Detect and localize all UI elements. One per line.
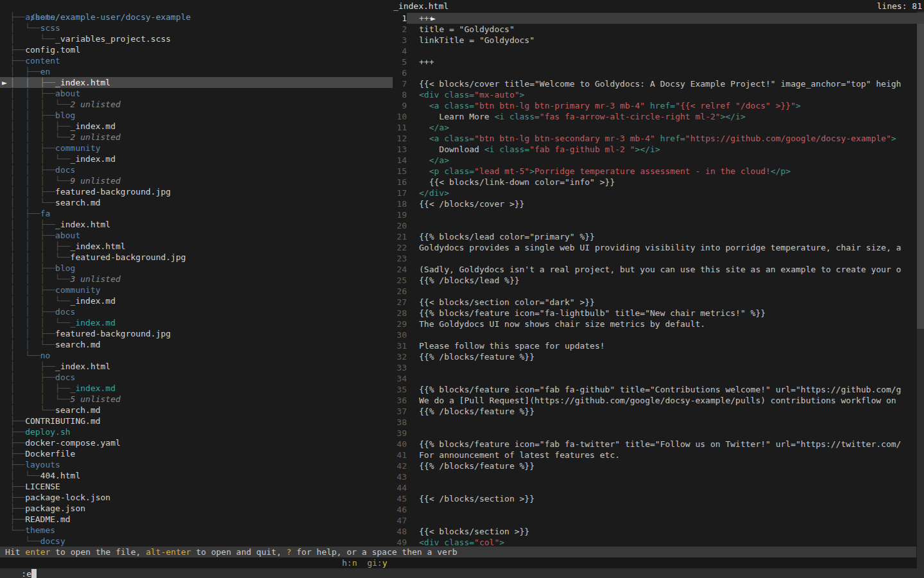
tree-item-_index.html[interactable]: │ │ │ ├──_index.html bbox=[0, 241, 393, 252]
tree-item-about[interactable]: │ │ ├──about bbox=[0, 230, 393, 241]
preview-line-45[interactable]: 45{{< /blocks/section >}} bbox=[388, 493, 924, 504]
preview-line-25[interactable]: 25{{% /blocks/lead %}} bbox=[388, 275, 924, 286]
preview-line-13[interactable]: 13 Download <i class="fab fa-github ml-2… bbox=[388, 144, 924, 155]
preview-line-26[interactable]: 26 bbox=[388, 286, 924, 297]
preview-line-46[interactable]: 46 bbox=[388, 504, 924, 515]
tree-item-_index.html[interactable]: │ ├──_index.html bbox=[0, 361, 393, 372]
preview-line-16[interactable]: 16 {{< blocks/link-down color="info" >}} bbox=[388, 177, 924, 188]
tree-item-search.md[interactable]: │ │ └──search.md bbox=[0, 339, 393, 350]
tree-item-featured-background.jpg[interactable]: │ │ │ └──featured-background.jpg bbox=[0, 252, 393, 263]
tree-item-blog[interactable]: │ │ ├──blog bbox=[0, 263, 393, 274]
tree-item-package.json[interactable]: ├──package.json bbox=[0, 503, 393, 514]
tree-item-_index.md[interactable]: │ │ ├──_index.md bbox=[0, 383, 393, 394]
preview-line-24[interactable]: 24(Sadly, Goldydocs isn't a real project… bbox=[388, 264, 924, 275]
tree-item-docs[interactable]: │ │ ├──docs bbox=[0, 306, 393, 317]
tree-item-community[interactable]: │ │ ├──community bbox=[0, 285, 393, 295]
preview-line-41[interactable]: 41For announcement of latest features et… bbox=[388, 450, 924, 460]
command-input-value[interactable]: :e bbox=[21, 569, 31, 578]
tree-item-5-unlisted[interactable]: │ │ └──5 unlisted bbox=[0, 394, 393, 405]
tree-item-docker-compose.yaml[interactable]: ├──docker-compose.yaml bbox=[0, 437, 393, 448]
preview-line-39[interactable]: 39 bbox=[388, 428, 924, 439]
tree-item-docsy[interactable]: └──docsy bbox=[0, 536, 393, 547]
tree-item-license[interactable]: ├──LICENSE bbox=[0, 481, 393, 492]
tree-item-featured-background.jpg[interactable]: │ │ ├──featured-background.jpg bbox=[0, 186, 393, 197]
tree-item-2-unlisted[interactable]: │ │ │ └──2 unlisted bbox=[0, 132, 393, 143]
preview-line-2[interactable]: 2title = "Goldydocs" bbox=[388, 24, 924, 35]
preview-line-21[interactable]: 21{{% blocks/lead color="primary" %}} bbox=[388, 231, 924, 242]
preview-line-4[interactable]: 4 bbox=[388, 46, 924, 57]
preview-line-15[interactable]: 15 <p class="lead mt-5">Porridge tempera… bbox=[388, 166, 924, 177]
tree-item-en[interactable]: │ ├──en bbox=[0, 66, 393, 77]
tree-item-config.toml[interactable]: ├──config.toml bbox=[0, 44, 393, 55]
preview-line-48[interactable]: 48{{< blocks/section >}} bbox=[388, 526, 924, 537]
preview-line-10[interactable]: 10 Learn More <i class="fas fa-arrow-alt… bbox=[388, 111, 924, 122]
preview-line-35[interactable]: 35{{% blocks/feature icon="fab fa-github… bbox=[388, 384, 924, 395]
preview-line-23[interactable]: 23 bbox=[388, 253, 924, 264]
preview-line-33[interactable]: 33 bbox=[388, 362, 924, 373]
tree-item-content[interactable]: ├──content bbox=[0, 55, 393, 66]
preview-line-7[interactable]: 7{{< blocks/cover title="Welcome to Gold… bbox=[388, 78, 924, 89]
tree-item-no[interactable]: │ └──no bbox=[0, 350, 393, 361]
tree-item-deploy.sh[interactable]: ├──deploy.sh bbox=[0, 426, 393, 437]
preview-line-42[interactable]: 42{{% /blocks/feature %}} bbox=[388, 460, 924, 471]
tree-item-about[interactable]: │ │ ├──about bbox=[0, 88, 393, 99]
tree-item-3-unlisted[interactable]: │ │ │ └──3 unlisted bbox=[0, 274, 393, 285]
preview-line-34[interactable]: 34 bbox=[388, 373, 924, 384]
preview-line-3[interactable]: 3linkTitle = "Goldydocs" bbox=[388, 35, 924, 46]
tree-item-9-unlisted[interactable]: │ │ │ └──9 unlisted bbox=[0, 175, 393, 186]
preview-line-12[interactable]: 12 <a class="btn btn-lg btn-secondary mr… bbox=[388, 133, 924, 144]
tree-item-_index.html[interactable]: │ │ ├──_index.html bbox=[0, 219, 393, 230]
preview-line-29[interactable]: 29The Goldydocs UI now shows chair size … bbox=[388, 319, 924, 329]
tree-item-docs[interactable]: │ ├──docs bbox=[0, 372, 393, 383]
tree-item-_variables_project.scss[interactable]: │ └──_variables_project.scss bbox=[0, 33, 393, 44]
tree-item-package-lock.json[interactable]: ├──package-lock.json bbox=[0, 492, 393, 503]
preview-line-31[interactable]: 31Please follow this space for updates! bbox=[388, 340, 924, 351]
tree-item-readme.md[interactable]: ├──README.md bbox=[0, 514, 393, 525]
tree-item-_index.md[interactable]: │ │ │ ├──_index.md bbox=[0, 121, 393, 132]
tree-item-scss[interactable]: │ └──scss bbox=[0, 22, 393, 33]
tree-item-docs[interactable]: │ │ ├──docs bbox=[0, 164, 393, 175]
tree-item-_index.md[interactable]: │ │ │ └──_index.md bbox=[0, 295, 393, 306]
preview-line-30[interactable]: 30 bbox=[388, 329, 924, 340]
preview-line-47[interactable]: 47 bbox=[388, 515, 924, 526]
preview-line-14[interactable]: 14 </a> bbox=[388, 155, 924, 166]
tree-item-404.html[interactable]: │ └──404.html bbox=[0, 470, 393, 481]
command-input-bar[interactable]: :e h:n gi:y bbox=[0, 557, 916, 568]
tree-item-featured-background.jpg[interactable]: │ │ ├──featured-background.jpg bbox=[0, 328, 393, 339]
tree-item-blog[interactable]: │ │ ├──blog bbox=[0, 110, 393, 121]
preview-line-22[interactable]: 22Goldydocs provides a single web UI pro… bbox=[388, 242, 924, 253]
preview-line-5[interactable]: 5+++ bbox=[388, 57, 924, 67]
tree-item-assets[interactable]: ├──assets bbox=[0, 12, 393, 22]
preview-line-43[interactable]: 43 bbox=[388, 471, 924, 482]
preview-line-19[interactable]: 19 bbox=[388, 209, 924, 220]
preview-line-8[interactable]: 8<div class="mx-auto"> bbox=[388, 89, 924, 100]
preview-line-18[interactable]: 18{{< /blocks/cover >}} bbox=[388, 198, 924, 209]
tree-item-_index.md[interactable]: │ │ │ └──_index.md bbox=[0, 317, 393, 328]
preview-line-6[interactable]: 6 bbox=[388, 67, 924, 78]
tree-item-dockerfile[interactable]: ├──Dockerfile bbox=[0, 448, 393, 459]
tree-item-layouts[interactable]: ├──layouts bbox=[0, 459, 393, 470]
tree-item-search.md[interactable]: │ └──search.md bbox=[0, 405, 393, 416]
preview-line-28[interactable]: 28{{% blocks/feature icon="fa-lightbulb"… bbox=[388, 308, 924, 319]
preview-line-9[interactable]: 9 <a class="btn btn-lg btn-primary mr-3 … bbox=[388, 100, 924, 111]
preview-line-36[interactable]: 36We do a [Pull Request](https://github.… bbox=[388, 395, 924, 406]
tree-item-contributing.md[interactable]: ├──CONTRIBUTING.md bbox=[0, 416, 393, 426]
tree-item-themes[interactable]: └──themes bbox=[0, 525, 393, 536]
preview-line-38[interactable]: 38 bbox=[388, 417, 924, 428]
tree-item-community[interactable]: │ │ ├──community bbox=[0, 143, 393, 153]
tree-item-_index.md[interactable]: │ │ │ └──_index.md bbox=[0, 153, 393, 164]
tree-item-2-unlisted[interactable]: │ │ │ └──2 unlisted bbox=[0, 99, 393, 110]
preview-line-37[interactable]: 37{{% /blocks/feature %}} bbox=[388, 406, 924, 417]
preview-line-40[interactable]: 40{{% blocks/feature icon="fab fa-twitte… bbox=[388, 439, 924, 450]
preview-line-20[interactable]: 20 bbox=[388, 220, 924, 231]
preview-line-17[interactable]: 17</div> bbox=[388, 188, 924, 198]
tree-item-fa[interactable]: │ ├──fa bbox=[0, 208, 393, 219]
tree-root-path[interactable]: /home/example-user/docsy-example bbox=[0, 1, 393, 12]
preview-line-32[interactable]: 32{{% /blocks/feature %}} bbox=[388, 351, 924, 362]
preview-line-11[interactable]: 11 </a> bbox=[388, 122, 924, 133]
tree-item-search.md[interactable]: │ │ └──search.md bbox=[0, 197, 393, 208]
preview-line-1[interactable]: 1►+++ bbox=[388, 13, 924, 24]
tree-item-_index.html[interactable]: ► │ │ ├──_index.html bbox=[0, 77, 393, 88]
preview-line-27[interactable]: 27{{< blocks/section color="dark" >}} bbox=[388, 297, 924, 308]
preview-line-44[interactable]: 44 bbox=[388, 482, 924, 493]
